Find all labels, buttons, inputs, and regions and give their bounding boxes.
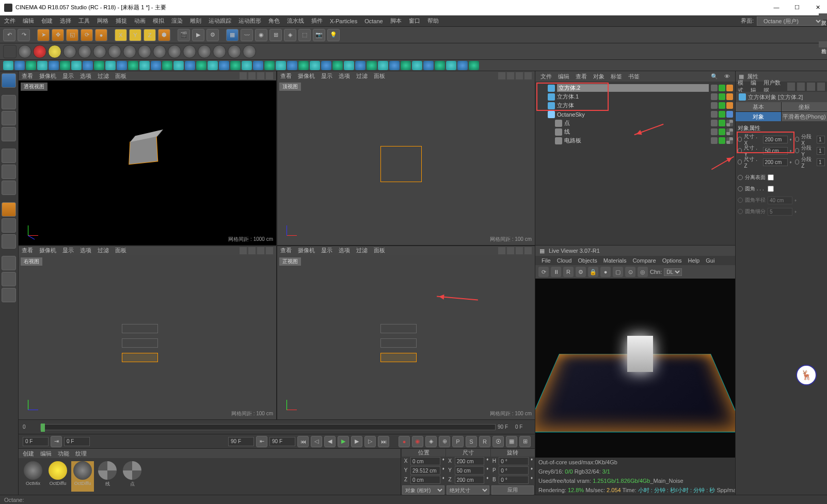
deformer-button[interactable]: ◈ xyxy=(284,29,296,41)
move-tool[interactable]: ✥ xyxy=(52,29,64,41)
tab-coord[interactable]: 坐标 xyxy=(782,102,827,111)
oct-btn-sun[interactable] xyxy=(48,45,61,58)
tag-icon[interactable] xyxy=(711,137,718,144)
record-button[interactable]: ● xyxy=(399,436,410,447)
mograph-btn-30[interactable] xyxy=(344,61,354,70)
mograph-btn-33[interactable] xyxy=(378,61,388,70)
layout-dropdown[interactable]: Octane (用户) xyxy=(757,17,823,26)
snap-button[interactable] xyxy=(2,234,16,249)
mograph-btn-28[interactable] xyxy=(321,61,331,70)
goto-end-button[interactable]: ⏭ xyxy=(378,436,389,447)
axis-x-button[interactable]: X xyxy=(115,29,127,41)
next-frame-button[interactable]: ▶ xyxy=(351,436,362,447)
octane-logo-icon[interactable] xyxy=(3,45,17,58)
lv-lock-button[interactable]: 🔒 xyxy=(588,267,598,277)
viewport-top[interactable]: 查看 摄像机 显示 选项 过滤 面板 顶视图 网格间距 : 100 cm xyxy=(277,71,535,245)
rotate-tool[interactable]: ⟳ xyxy=(81,29,93,41)
seg-z-input[interactable] xyxy=(817,158,825,166)
menu-snap[interactable]: 捕捉 xyxy=(116,17,127,25)
size-X-input[interactable] xyxy=(455,457,485,465)
workplane-button[interactable] xyxy=(2,127,16,141)
mograph-btn-29[interactable] xyxy=(332,61,343,70)
model-mode-button[interactable] xyxy=(2,95,16,109)
frame-field[interactable] xyxy=(228,437,254,446)
mograph-btn-21[interactable] xyxy=(242,61,252,70)
scene-cube-top[interactable] xyxy=(380,146,422,182)
mograph-btn-17[interactable] xyxy=(196,61,206,70)
mograph-btn-23[interactable] xyxy=(264,61,275,70)
lv-pick-button[interactable]: ⊙ xyxy=(625,267,635,277)
pos-Z-input[interactable] xyxy=(410,476,440,484)
menu-mograph[interactable]: 运动图形 xyxy=(238,17,261,25)
minimize-button[interactable]: — xyxy=(771,4,782,11)
timeline-marker[interactable] xyxy=(41,424,45,432)
axis-z-button[interactable]: Z xyxy=(144,29,156,41)
mograph-btn-13[interactable] xyxy=(151,61,161,70)
seg-y-input[interactable] xyxy=(817,147,825,155)
axis-y-button[interactable]: Y xyxy=(129,29,141,41)
last-tool[interactable]: ● xyxy=(95,29,107,41)
viewport-front[interactable]: 查看 摄像机 显示 选项 过滤 面板 正视图 网格间距 : 100 cm xyxy=(277,246,535,420)
tag-icon[interactable] xyxy=(711,111,718,118)
object-row[interactable]: 立方体 xyxy=(537,101,733,110)
cube-primitive-button[interactable]: ▦ xyxy=(226,29,238,41)
mograph-btn-19[interactable] xyxy=(219,61,229,70)
nav-back-icon[interactable] xyxy=(787,83,795,91)
lv-sphere-button[interactable]: ● xyxy=(600,267,611,277)
mograph-btn-5[interactable] xyxy=(60,61,70,70)
menu-edit[interactable]: 编辑 xyxy=(23,17,34,25)
mograph-btn-4[interactable] xyxy=(49,61,59,70)
coord-apply-button[interactable]: 应用 xyxy=(491,485,534,495)
tag-icon[interactable] xyxy=(711,102,718,109)
make-editable-button[interactable] xyxy=(2,73,16,88)
oct-btn-9[interactable] xyxy=(138,45,151,58)
prev-frame-button[interactable]: ◀ xyxy=(324,436,336,447)
tag-icon[interactable] xyxy=(726,137,733,144)
lv-refresh-button[interactable]: ⟳ xyxy=(538,267,549,277)
oct-btn-12[interactable] xyxy=(183,45,196,58)
tag-icon[interactable] xyxy=(711,120,718,126)
texture-mode-button[interactable] xyxy=(2,111,16,125)
material-swatch[interactable]: OctDiffu xyxy=(71,461,94,492)
mograph-btn-3[interactable] xyxy=(37,61,47,70)
mograph-btn-7[interactable] xyxy=(83,61,93,70)
coord-mode1-select[interactable]: 对象 (相对) xyxy=(402,485,444,495)
mograph-btn-14[interactable] xyxy=(162,61,172,70)
redo-button[interactable]: ↷ xyxy=(18,29,30,41)
nav-up-icon[interactable] xyxy=(807,83,815,91)
oct-btn-7[interactable] xyxy=(108,45,121,58)
material-swatch[interactable]: 线 xyxy=(96,461,119,492)
vp-nav-icon[interactable] xyxy=(240,72,247,79)
tag-icon[interactable] xyxy=(719,120,725,126)
tag-icon[interactable] xyxy=(711,85,718,91)
edge-mode-button[interactable] xyxy=(2,165,16,179)
mograph-btn-41[interactable] xyxy=(469,61,479,70)
mograph-btn-26[interactable] xyxy=(298,61,309,70)
menu-character[interactable]: 角色 xyxy=(268,17,280,25)
tag-icon[interactable] xyxy=(726,85,733,91)
prev-key-button[interactable]: ◁ xyxy=(311,436,322,447)
tag-icon[interactable] xyxy=(711,93,718,100)
undo-button[interactable]: ↶ xyxy=(3,29,15,41)
frame-end-field[interactable] xyxy=(269,437,295,446)
menu-create[interactable]: 创建 xyxy=(41,17,53,25)
object-row[interactable]: OctaneSky xyxy=(537,110,733,119)
size-x-input[interactable] xyxy=(763,136,788,143)
tab-object[interactable]: 对象 xyxy=(736,112,781,121)
mograph-btn-24[interactable] xyxy=(276,61,286,70)
tag-icon[interactable] xyxy=(711,128,718,135)
menu-render[interactable]: 渲染 xyxy=(171,17,183,25)
mograph-btn-40[interactable] xyxy=(457,61,468,70)
tag-icon[interactable] xyxy=(719,111,725,118)
menu-octane[interactable]: Octane xyxy=(364,18,383,24)
tag-icon[interactable] xyxy=(726,111,733,118)
coord-mode2-select[interactable]: 绝对尺寸 xyxy=(447,485,489,495)
frame-start-field[interactable] xyxy=(23,437,49,446)
menu-animate[interactable]: 动画 xyxy=(134,17,146,25)
nav-fwd-icon[interactable] xyxy=(797,83,805,91)
lv-settings-button[interactable]: ⚙ xyxy=(576,267,586,277)
nav-home-icon[interactable] xyxy=(817,83,825,91)
tab-phong[interactable]: 平滑着色(Phong) xyxy=(782,112,827,121)
mograph-btn-6[interactable] xyxy=(71,61,82,70)
tag-icon[interactable] xyxy=(719,102,725,109)
